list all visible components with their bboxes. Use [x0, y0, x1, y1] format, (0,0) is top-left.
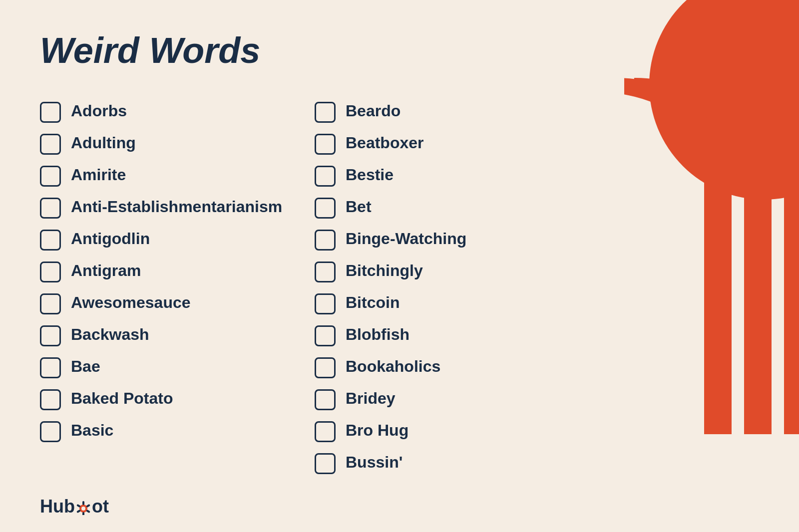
- list-item: Anti-Establishmentarianism: [40, 192, 315, 224]
- checkbox[interactable]: [40, 325, 61, 346]
- checkbox[interactable]: [40, 134, 61, 155]
- main-content: Weird Words AdorbsAdultingAmiriteAnti-Es…: [0, 0, 799, 509]
- list-item: Adorbs: [40, 96, 315, 128]
- list-item: Bookaholics: [315, 351, 589, 383]
- checkbox[interactable]: [315, 357, 336, 378]
- checkbox[interactable]: [40, 389, 61, 410]
- list-item: Bet: [315, 192, 589, 224]
- item-label: Adorbs: [71, 101, 127, 122]
- svg-rect-5: [82, 501, 84, 505]
- list-item: Awesomesauce: [40, 287, 315, 319]
- checkbox[interactable]: [315, 230, 336, 251]
- checkbox[interactable]: [40, 230, 61, 251]
- checkbox[interactable]: [40, 421, 61, 442]
- list-item: Blobfish: [315, 319, 589, 351]
- page-title: Weird Words: [40, 30, 759, 71]
- item-label: Antigram: [71, 261, 141, 281]
- list-item: Basic: [40, 415, 315, 447]
- checkbox[interactable]: [315, 134, 336, 155]
- item-label: Bitcoin: [346, 292, 400, 313]
- item-label: Amirite: [71, 165, 126, 186]
- item-label: Bussin': [346, 452, 402, 473]
- list-item: Bae: [40, 351, 315, 383]
- item-label: Backwash: [71, 324, 149, 345]
- hubspot-brand-text-2: ot: [92, 496, 109, 517]
- list-item: Bridey: [315, 383, 589, 415]
- list-item: Bussin': [315, 447, 589, 479]
- item-label: Binge-Watching: [346, 229, 466, 250]
- item-label: Bookaholics: [346, 356, 440, 377]
- item-label: Antigodlin: [71, 229, 150, 250]
- hubspot-logo: Hub ot: [40, 496, 109, 517]
- item-label: Adulting: [71, 133, 136, 154]
- item-label: Bro Hug: [346, 420, 408, 441]
- hubspot-brand-text: Hub: [40, 496, 75, 517]
- checkbox[interactable]: [315, 262, 336, 282]
- item-label: Blobfish: [346, 324, 409, 345]
- checkbox[interactable]: [315, 453, 336, 474]
- checkbox[interactable]: [315, 293, 336, 314]
- item-label: Bestie: [346, 165, 394, 186]
- list-item: Bro Hug: [315, 415, 589, 447]
- checkbox[interactable]: [40, 166, 61, 187]
- item-label: Beatboxer: [346, 133, 424, 154]
- item-label: Baked Potato: [71, 388, 173, 409]
- checkbox[interactable]: [315, 325, 336, 346]
- checklist-grid: AdorbsAdultingAmiriteAnti-Establishmenta…: [40, 96, 589, 479]
- item-label: Bae: [71, 356, 100, 377]
- right-column: BeardoBeatboxerBestieBetBinge-WatchingBi…: [315, 96, 589, 479]
- checkbox[interactable]: [315, 421, 336, 442]
- item-label: Awesomesauce: [71, 292, 191, 313]
- list-item: Bitchingly: [315, 256, 589, 287]
- item-label: Basic: [71, 420, 113, 441]
- left-column: AdorbsAdultingAmiriteAnti-Establishmenta…: [40, 96, 315, 479]
- list-item: Amirite: [40, 160, 315, 192]
- list-item: Adulting: [40, 128, 315, 160]
- item-label: Bitchingly: [346, 261, 423, 281]
- svg-rect-8: [82, 512, 84, 515]
- checkbox[interactable]: [40, 102, 61, 123]
- checkbox[interactable]: [315, 198, 336, 219]
- list-item: Bestie: [315, 160, 589, 192]
- item-label: Anti-Establishmentarianism: [71, 197, 282, 218]
- list-item: Beatboxer: [315, 128, 589, 160]
- checkbox[interactable]: [40, 262, 61, 282]
- list-item: Bitcoin: [315, 287, 589, 319]
- list-item: Antigodlin: [40, 224, 315, 256]
- list-item: Backwash: [40, 319, 315, 351]
- checkbox[interactable]: [315, 166, 336, 187]
- checkbox[interactable]: [315, 102, 336, 123]
- item-label: Beardo: [346, 101, 400, 122]
- checkbox[interactable]: [315, 389, 336, 410]
- footer: Hub ot: [40, 496, 109, 517]
- hubspot-sprocket-icon: [76, 498, 90, 515]
- list-item: Binge-Watching: [315, 224, 589, 256]
- checkbox[interactable]: [40, 198, 61, 219]
- list-item: Antigram: [40, 256, 315, 287]
- list-item: Beardo: [315, 96, 589, 128]
- checkbox[interactable]: [40, 293, 61, 314]
- checkbox[interactable]: [40, 357, 61, 378]
- item-label: Bet: [346, 197, 372, 218]
- svg-point-11: [81, 507, 85, 511]
- page-container: Weird Words AdorbsAdultingAmiriteAnti-Es…: [0, 0, 799, 532]
- list-item: Baked Potato: [40, 383, 315, 415]
- item-label: Bridey: [346, 388, 396, 409]
